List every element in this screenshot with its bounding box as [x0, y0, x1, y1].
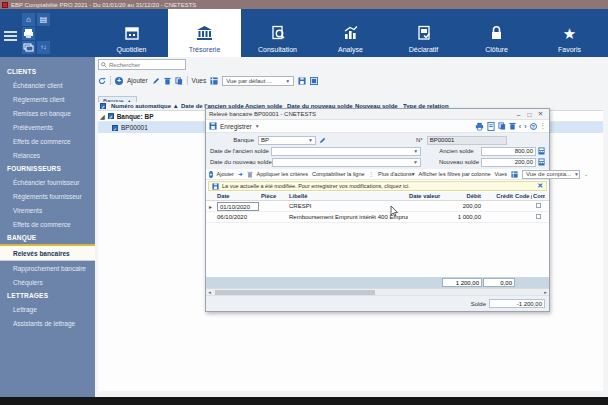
view-select[interactable]: Vue par défaut ... ▼	[222, 76, 294, 86]
sidebar-item-effets-commerce-client[interactable]: Effets de commerce	[0, 134, 95, 148]
group-checkbox[interactable]: ✓	[108, 113, 114, 119]
copy-icon[interactable]	[175, 77, 183, 85]
help-icon[interactable]: ?	[530, 123, 537, 130]
sidebar-item-virements[interactable]: Virements	[0, 203, 95, 217]
edit-bank-icon[interactable]	[319, 137, 326, 144]
column-filters-button[interactable]: Afficher les filtres par colonne	[419, 171, 491, 177]
tab-cloture[interactable]: Clôture	[460, 9, 533, 57]
col-comptabilise[interactable]: Comptabil	[532, 193, 545, 199]
save-dropdown-icon[interactable]: ▼	[255, 123, 260, 129]
col-date-valeur[interactable]: Date valeur	[408, 193, 442, 199]
more-actions-button[interactable]: Plus d'actions▾	[378, 171, 415, 177]
add-line-icon[interactable]: +	[209, 171, 213, 178]
window-titlebar: EBP Comptabilité PRO 2021 - Du 01/01/20 …	[0, 0, 608, 9]
collapse-icon[interactable]: ◢	[100, 113, 105, 120]
minimize-icon[interactable]: –	[513, 111, 524, 118]
sidebar-item-echeancier-fournisseur[interactable]: Échéancier fournisseur	[0, 175, 95, 189]
sidebar-item-reglements-client[interactable]: Règlements client	[0, 92, 95, 106]
sidebar-section-fournisseurs: FOURNISSEURS	[0, 162, 95, 175]
insert-arrow-icon[interactable]: ➜	[238, 171, 243, 177]
col-libelle[interactable]: Libellé	[288, 193, 408, 199]
grid-row[interactable]: ▸ 01/10/2020 CRESPI 200,00	[206, 201, 549, 212]
next-record-icon[interactable]: ›	[524, 123, 526, 130]
tab-quotidien[interactable]: Quotidien	[95, 9, 168, 57]
refresh-icon[interactable]	[98, 77, 106, 85]
dialog-form: Banque BP ▼ N° BP00001 Date de l'ancien …	[206, 133, 549, 169]
comptabilise-checkbox[interactable]	[536, 203, 541, 208]
print-icon[interactable]	[475, 122, 484, 131]
close-icon[interactable]: ✕	[535, 110, 546, 118]
more-options-icon[interactable]: ⋮	[540, 122, 547, 130]
preview-icon[interactable]	[487, 122, 495, 131]
scrollbar-thumb[interactable]	[215, 290, 375, 295]
grid-row[interactable]: 06/10/2020 Remboursement Emprunt intérêt…	[206, 212, 549, 223]
close-banner-icon[interactable]: ✕	[537, 182, 543, 190]
releve-bancaire-dialog: Relevé bancaire BP00001 - CNETESTS – □ ✕…	[205, 108, 550, 312]
edit-icon[interactable]	[152, 77, 160, 85]
sidebar-item-echeancier-client[interactable]: Échéancier client	[0, 78, 95, 92]
sidebar-item-prelevements[interactable]: Prélèvements	[0, 120, 95, 134]
date-ancien-input[interactable]: ▼	[271, 147, 421, 156]
add-icon[interactable]: +	[115, 77, 123, 85]
sidebar-item-chequiers[interactable]: Chéquiers	[0, 275, 95, 289]
maximize-icon[interactable]: □	[524, 111, 535, 118]
folders-icon[interactable]	[22, 41, 35, 54]
calculator-icon[interactable]	[538, 147, 545, 155]
export-icon[interactable]	[310, 77, 318, 85]
banque-select[interactable]: BP ▼	[258, 136, 316, 145]
journal-icon[interactable]: ▤	[37, 13, 50, 26]
save-icon[interactable]	[209, 122, 217, 130]
sidebar-item-assistants-lettrage[interactable]: Assistants de lettrage	[0, 316, 95, 330]
sidebar-item-reglements-fournisseur[interactable]: Règlements fournisseur	[0, 189, 95, 203]
col-debit[interactable]: Débit	[442, 193, 482, 199]
horizontal-scrollbar[interactable]: ◂ ▸	[206, 288, 549, 295]
date-nouveau-input[interactable]: ▼	[272, 158, 421, 167]
col-date[interactable]: Date	[216, 193, 260, 199]
calendar-icon	[124, 20, 140, 46]
sidebar-item-rapprochement-bancaire[interactable]: Rapprochement bancaire	[0, 261, 95, 275]
menu-icon[interactable]	[4, 29, 17, 43]
search-box[interactable]	[98, 59, 186, 70]
comptabilise-checkbox[interactable]	[536, 214, 541, 219]
tab-analyse[interactable]: Analyse	[314, 9, 387, 57]
col-code-pointage[interactable]: Code p...	[514, 193, 532, 199]
home-icon[interactable]: ⌂	[22, 13, 35, 26]
tab-favoris[interactable]: ★ Favoris	[533, 9, 606, 57]
grid-header[interactable]: Date Pièce Libellé Date valeur Débit Cré…	[206, 192, 549, 201]
tab-tresorerie[interactable]: Trésorerie	[168, 9, 241, 57]
copy-icon[interactable]	[498, 122, 506, 130]
sort-transfer-icon[interactable]: ↑↓	[37, 41, 50, 54]
banner-text[interactable]: La vue actuelle a été modifiée. Pour enr…	[222, 183, 410, 189]
add-button[interactable]: Ajouter	[127, 77, 148, 84]
col-piece[interactable]: Pièce	[260, 193, 288, 199]
sidebar-item-remises-en-banque[interactable]: Remises en banque	[0, 106, 95, 120]
row-checkbox[interactable]: ✓	[112, 125, 118, 131]
tab-declaratif[interactable]: Déclaratif	[387, 9, 460, 57]
tab-consultation[interactable]: Consultation	[241, 9, 314, 57]
select-all-checkbox[interactable]: ✓	[100, 103, 106, 109]
save-view-icon[interactable]	[298, 77, 306, 85]
col-credit[interactable]: Crédit	[482, 193, 514, 199]
delete-line-icon[interactable]	[247, 171, 253, 178]
post-line-button[interactable]: Comptabiliser la ligne	[312, 171, 365, 177]
grid-empty-area	[206, 223, 549, 277]
search-input[interactable]	[109, 62, 179, 68]
sidebar-item-lettrage[interactable]: Lettrage	[0, 302, 95, 316]
collapse-panel-icon[interactable]: ⌄	[584, 171, 588, 177]
previous-record-icon[interactable]: ‹	[519, 123, 521, 130]
grid-view-select[interactable]: Vue de compta...▼	[522, 170, 580, 179]
delete-icon[interactable]	[509, 122, 516, 130]
save-button[interactable]: Enregistrer	[220, 123, 252, 130]
delete-icon[interactable]	[164, 77, 171, 85]
print-icon[interactable]	[22, 27, 35, 40]
apply-criteria-button[interactable]: Appliquer les critères	[257, 171, 308, 177]
col-numero[interactable]: Numéro automatique ▲	[111, 103, 181, 109]
add-line-button[interactable]: Ajouter	[217, 171, 234, 177]
sidebar-item-effets-commerce-fournisseur[interactable]: Effets de commerce	[0, 217, 95, 231]
date-edit-cell[interactable]: 01/10/2020	[217, 202, 259, 211]
ancien-solde-input[interactable]: 800,00	[481, 147, 536, 156]
nouveau-solde-input[interactable]: 200,00	[481, 158, 536, 167]
calculator-icon[interactable]	[538, 158, 545, 166]
sidebar-item-relances[interactable]: Relances	[0, 148, 95, 162]
sidebar-item-releves-bancaires[interactable]: Relevés bancaires	[0, 244, 95, 261]
